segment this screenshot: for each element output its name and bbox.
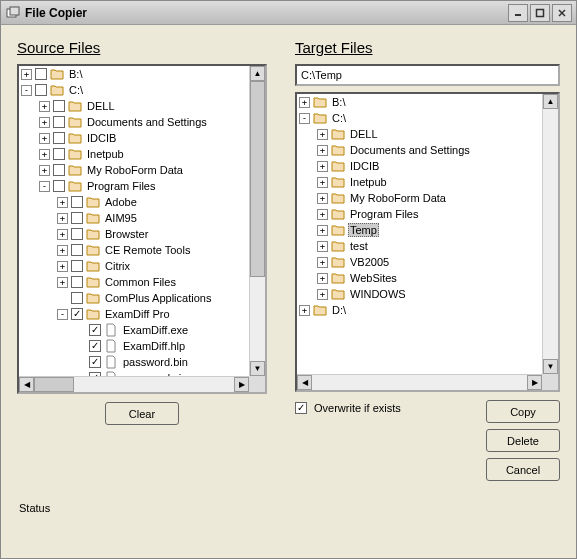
- tree-row[interactable]: +My RoboForm Data: [317, 190, 542, 206]
- expand-icon[interactable]: +: [57, 277, 68, 288]
- target-tree[interactable]: +B:\-C:\+DELL+Documents and Settings+IDC…: [297, 94, 542, 318]
- tree-row[interactable]: +Citrix: [57, 258, 249, 274]
- tree-row[interactable]: +Browster: [57, 226, 249, 242]
- tree-checkbox[interactable]: [71, 260, 83, 272]
- tree-checkbox[interactable]: [35, 84, 47, 96]
- tree-item-label[interactable]: Inetpub: [85, 148, 126, 160]
- tree-item-label[interactable]: IDCIB: [348, 160, 381, 172]
- tree-checkbox[interactable]: [53, 164, 65, 176]
- overwrite-checkbox[interactable]: ✓: [295, 402, 307, 414]
- tree-item-label[interactable]: Temp: [348, 223, 379, 237]
- expand-icon[interactable]: +: [317, 161, 328, 172]
- tree-item-label[interactable]: DELL: [348, 128, 380, 140]
- tree-row[interactable]: +Program Files: [317, 206, 542, 222]
- tree-item-label[interactable]: AIM95: [103, 212, 139, 224]
- tree-row[interactable]: +Common Files: [57, 274, 249, 290]
- expand-icon[interactable]: +: [57, 213, 68, 224]
- tree-item-label[interactable]: Inetpub: [348, 176, 389, 188]
- tree-item-label[interactable]: C:\: [67, 84, 85, 96]
- tree-checkbox[interactable]: [71, 276, 83, 288]
- tree-checkbox[interactable]: [35, 68, 47, 80]
- tree-checkbox[interactable]: [71, 228, 83, 240]
- expand-icon[interactable]: +: [57, 229, 68, 240]
- expand-icon[interactable]: +: [299, 305, 310, 316]
- maximize-button[interactable]: [530, 4, 550, 22]
- target-vertical-scrollbar[interactable]: ▲ ▼: [542, 94, 558, 374]
- tree-checkbox[interactable]: [71, 292, 83, 304]
- delete-button[interactable]: Delete: [486, 429, 560, 452]
- tree-row[interactable]: +B:\: [299, 94, 542, 110]
- expand-icon[interactable]: +: [317, 129, 328, 140]
- tree-row[interactable]: +IDCIB: [317, 158, 542, 174]
- tree-row[interactable]: +Temp: [317, 222, 542, 238]
- tree-item-label[interactable]: IDCIB: [85, 132, 118, 144]
- tree-row[interactable]: -C:\: [299, 110, 542, 126]
- tree-row[interactable]: +Documents and Settings: [39, 114, 249, 130]
- tree-item-label[interactable]: ExamDiff.exe: [121, 324, 190, 336]
- expand-icon[interactable]: +: [39, 165, 50, 176]
- tree-row[interactable]: +Documents and Settings: [317, 142, 542, 158]
- tree-item-label[interactable]: B:\: [67, 68, 84, 80]
- expand-icon[interactable]: +: [57, 261, 68, 272]
- tree-row[interactable]: +Inetpub: [39, 146, 249, 162]
- tree-item-label[interactable]: D:\: [330, 304, 348, 316]
- tree-item-label[interactable]: My RoboForm Data: [348, 192, 448, 204]
- tree-row[interactable]: +IDCIB: [39, 130, 249, 146]
- scroll-down-icon[interactable]: ▼: [250, 361, 265, 376]
- tree-row[interactable]: +test: [317, 238, 542, 254]
- expand-icon[interactable]: +: [317, 209, 328, 220]
- tree-item-label[interactable]: VB2005: [348, 256, 391, 268]
- tree-row[interactable]: +WINDOWS: [317, 286, 542, 302]
- expand-icon[interactable]: +: [317, 273, 328, 284]
- tree-checkbox[interactable]: [53, 180, 65, 192]
- tree-row[interactable]: +B:\: [21, 66, 249, 82]
- tree-row[interactable]: ✓password.bin: [75, 354, 249, 370]
- tree-checkbox[interactable]: [71, 244, 83, 256]
- expand-icon[interactable]: +: [21, 69, 32, 80]
- overwrite-checkbox-row[interactable]: ✓ Overwrite if exists: [295, 402, 401, 414]
- expand-icon[interactable]: +: [39, 149, 50, 160]
- tree-item-label[interactable]: C:\: [330, 112, 348, 124]
- target-horizontal-scrollbar[interactable]: ◀ ▶: [297, 374, 542, 390]
- expand-icon[interactable]: +: [39, 101, 50, 112]
- tree-item-label[interactable]: test: [348, 240, 370, 252]
- tree-item-label[interactable]: B:\: [330, 96, 347, 108]
- source-horizontal-scrollbar[interactable]: ◀ ▶: [19, 376, 249, 392]
- tree-item-label[interactable]: DELL: [85, 100, 117, 112]
- tree-item-label[interactable]: Browster: [103, 228, 150, 240]
- collapse-icon[interactable]: -: [21, 85, 32, 96]
- tree-item-label[interactable]: WINDOWS: [348, 288, 408, 300]
- tree-row[interactable]: -C:\: [21, 82, 249, 98]
- expand-icon[interactable]: +: [57, 197, 68, 208]
- scroll-right-icon[interactable]: ▶: [527, 375, 542, 390]
- tree-item-label[interactable]: WebSites: [348, 272, 399, 284]
- tree-item-label[interactable]: Adobe: [103, 196, 139, 208]
- tree-checkbox[interactable]: ✓: [71, 308, 83, 320]
- source-tree[interactable]: +B:\-C:\+DELL+Documents and Settings+IDC…: [19, 66, 249, 376]
- scroll-up-icon[interactable]: ▲: [250, 66, 265, 81]
- tree-checkbox[interactable]: [53, 100, 65, 112]
- tree-row[interactable]: +DELL: [317, 126, 542, 142]
- expand-icon[interactable]: +: [317, 289, 328, 300]
- expand-icon[interactable]: +: [317, 177, 328, 188]
- tree-item-label[interactable]: My RoboForm Data: [85, 164, 185, 176]
- close-button[interactable]: [552, 4, 572, 22]
- tree-row[interactable]: +Adobe: [57, 194, 249, 210]
- target-path-input[interactable]: [295, 64, 560, 86]
- tree-checkbox[interactable]: [53, 116, 65, 128]
- expand-icon[interactable]: +: [317, 241, 328, 252]
- expand-icon[interactable]: +: [39, 117, 50, 128]
- expand-icon[interactable]: +: [299, 97, 310, 108]
- tree-checkbox[interactable]: [53, 148, 65, 160]
- tree-item-label[interactable]: ExamDiff.hlp: [121, 340, 187, 352]
- tree-row[interactable]: +CE Remote Tools: [57, 242, 249, 258]
- scroll-left-icon[interactable]: ◀: [297, 375, 312, 390]
- expand-icon[interactable]: +: [317, 225, 328, 236]
- tree-item-label[interactable]: ExamDiff Pro: [103, 308, 172, 320]
- tree-row[interactable]: ✓ExamDiff.exe: [75, 322, 249, 338]
- scroll-up-icon[interactable]: ▲: [543, 94, 558, 109]
- tree-row[interactable]: +AIM95: [57, 210, 249, 226]
- tree-checkbox[interactable]: ✓: [89, 340, 101, 352]
- tree-row[interactable]: +DELL: [39, 98, 249, 114]
- tree-row[interactable]: +My RoboForm Data: [39, 162, 249, 178]
